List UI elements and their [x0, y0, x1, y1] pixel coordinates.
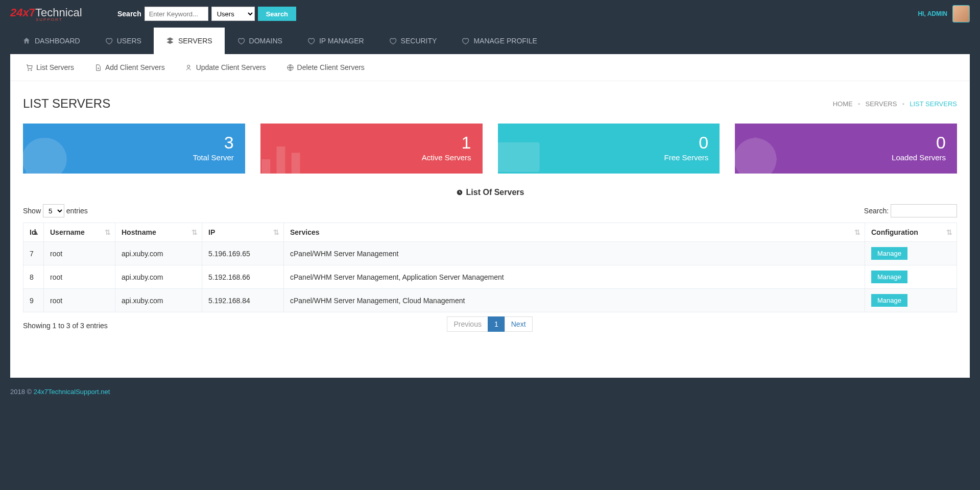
nav-domains[interactable]: DOMAINS — [225, 28, 295, 54]
subnav-list-servers[interactable]: List Servers — [26, 63, 74, 71]
svg-point-9 — [735, 138, 777, 174]
subnav-delete-client-servers[interactable]: Delete Client Servers — [286, 63, 365, 71]
nav-label: DASHBOARD — [35, 37, 80, 45]
cell-hostname: api.xuby.com — [115, 242, 202, 265]
subnav-update-client-servers[interactable]: Update Client Servers — [185, 63, 266, 71]
nav-label: SERVERS — [178, 37, 212, 45]
heart-icon — [307, 37, 315, 45]
pagination: Previous 1 Next — [23, 316, 957, 332]
user-greeting[interactable]: HI, ADMIN — [918, 10, 947, 17]
col-configuration[interactable]: Configuration⇅ — [865, 223, 957, 242]
manage-button[interactable]: Manage — [871, 294, 907, 307]
cell-ip: 5.196.169.65 — [202, 242, 284, 265]
col-hostname[interactable]: Hostname⇅ — [115, 223, 202, 242]
heart-icon — [237, 37, 245, 45]
monitor-icon — [498, 134, 544, 174]
page-title: LIST SERVERS — [23, 96, 110, 111]
cell-services: cPanel/WHM Server Management — [284, 242, 865, 265]
nav-security[interactable]: SECURITY — [376, 28, 449, 54]
footer-link[interactable]: 24x7TechnicalSupport.net — [34, 388, 110, 396]
breadcrumb-item[interactable]: HOME — [833, 100, 853, 108]
cell-username: root — [44, 289, 115, 312]
global-search: Search Users Search — [117, 7, 296, 21]
cell-config: Manage — [865, 265, 957, 289]
cell-id: 7 — [23, 242, 44, 265]
subnav-add-client-servers[interactable]: Add Client Servers — [94, 63, 165, 71]
nav-servers[interactable]: SERVERS — [154, 28, 225, 54]
cell-username: root — [44, 265, 115, 289]
subnav-label: Add Client Servers — [105, 63, 165, 71]
table-controls: Show 5 entries Search: — [23, 204, 957, 217]
table-search: Search: — [864, 204, 957, 217]
avatar[interactable] — [952, 5, 970, 22]
show-pre: Show — [23, 207, 41, 215]
cell-id: 9 — [23, 289, 44, 312]
cell-services: cPanel/WHM Server Management, Applicatio… — [284, 265, 865, 289]
servers-table: Id▲ Username⇅ Hostname⇅ IP⇅ Services⇅ Co… — [23, 223, 957, 312]
search-button[interactable]: Search — [258, 7, 296, 21]
topbar: 24x7Technical SUPPORT Search Users Searc… — [0, 0, 980, 28]
breadcrumb-sep: ● — [902, 102, 904, 106]
svg-point-2 — [187, 65, 189, 67]
table-row: 7 root api.xuby.com 5.196.169.65 cPanel/… — [23, 242, 957, 265]
nav-label: DOMAINS — [249, 37, 282, 45]
page-prev[interactable]: Previous — [447, 316, 488, 332]
col-id[interactable]: Id▲ — [23, 223, 44, 242]
nav-ip-manager[interactable]: IP MANAGER — [295, 28, 376, 54]
nav-label: MANAGE PROFILE — [473, 37, 537, 45]
main-nav: DASHBOARD USERS SERVERS DOMAINS IP MANAG… — [0, 28, 980, 54]
table-row: 8 root api.xuby.com 5.192.168.66 cPanel/… — [23, 265, 957, 289]
page-next[interactable]: Next — [505, 316, 533, 332]
stats-row: 3 Total Server 1 Active Servers 0 Free S… — [10, 118, 970, 184]
search-label: Search — [117, 10, 141, 18]
sort-icon: ⇅ — [105, 228, 111, 236]
show-entries: Show 5 entries — [23, 204, 88, 217]
col-services[interactable]: Services⇅ — [284, 223, 865, 242]
cell-hostname: api.xuby.com — [115, 265, 202, 289]
cell-config: Manage — [865, 289, 957, 312]
svg-rect-7 — [498, 142, 540, 172]
table-search-input[interactable] — [891, 204, 957, 217]
col-ip[interactable]: IP⇅ — [202, 223, 284, 242]
chat-icon — [23, 134, 69, 174]
breadcrumb-item[interactable]: SERVERS — [866, 100, 897, 108]
stat-free-servers[interactable]: 0 Free Servers — [498, 124, 720, 174]
nav-manage-profile[interactable]: MANAGE PROFILE — [449, 28, 549, 54]
search-category-select[interactable]: Users — [211, 7, 255, 21]
manage-button[interactable]: Manage — [871, 271, 907, 283]
table-row: 9 root api.xuby.com 5.192.168.84 cPanel/… — [23, 289, 957, 312]
breadcrumb-current: LIST SERVERS — [910, 100, 957, 108]
page-header: LIST SERVERS HOME ● SERVERS ● LIST SERVE… — [10, 81, 970, 118]
table-info: Showing 1 to 3 of 3 entries — [23, 322, 108, 330]
footer-year: 2018 © — [10, 388, 32, 396]
list-title-text: List Of Servers — [466, 188, 524, 197]
stat-loaded-servers[interactable]: 0 Loaded Servers — [735, 124, 957, 174]
search-input[interactable] — [145, 7, 208, 21]
page-body: List Servers Add Client Servers Update C… — [10, 54, 970, 378]
page-number[interactable]: 1 — [488, 316, 505, 332]
manage-button[interactable]: Manage — [871, 247, 907, 260]
nav-users[interactable]: USERS — [92, 28, 154, 54]
logo[interactable]: 24x7Technical SUPPORT — [10, 6, 102, 22]
table-search-label: Search: — [864, 207, 889, 215]
nav-dashboard[interactable]: DASHBOARD — [10, 28, 92, 54]
layers-icon — [166, 37, 174, 45]
col-username[interactable]: Username⇅ — [44, 223, 115, 242]
sub-toolbar: List Servers Add Client Servers Update C… — [10, 54, 970, 81]
entries-select[interactable]: 5 — [43, 204, 64, 217]
breadcrumb: HOME ● SERVERS ● LIST SERVERS — [833, 100, 957, 108]
file-plus-icon — [94, 64, 102, 71]
user-menu: HI, ADMIN — [918, 5, 970, 22]
cell-services: cPanel/WHM Server Management, Cloud Mana… — [284, 289, 865, 312]
user-edit-icon — [185, 64, 193, 71]
stat-total-server[interactable]: 3 Total Server — [23, 124, 245, 174]
sort-icon: ⇅ — [854, 228, 861, 236]
home-icon — [22, 37, 31, 45]
svg-rect-4 — [261, 159, 270, 174]
sort-icon: ⇅ — [946, 228, 952, 236]
clock-icon — [456, 189, 463, 196]
breadcrumb-sep: ● — [858, 102, 861, 106]
stat-active-servers[interactable]: 1 Active Servers — [260, 124, 483, 174]
heart-icon — [461, 37, 469, 45]
subnav-label: Update Client Servers — [196, 63, 266, 71]
